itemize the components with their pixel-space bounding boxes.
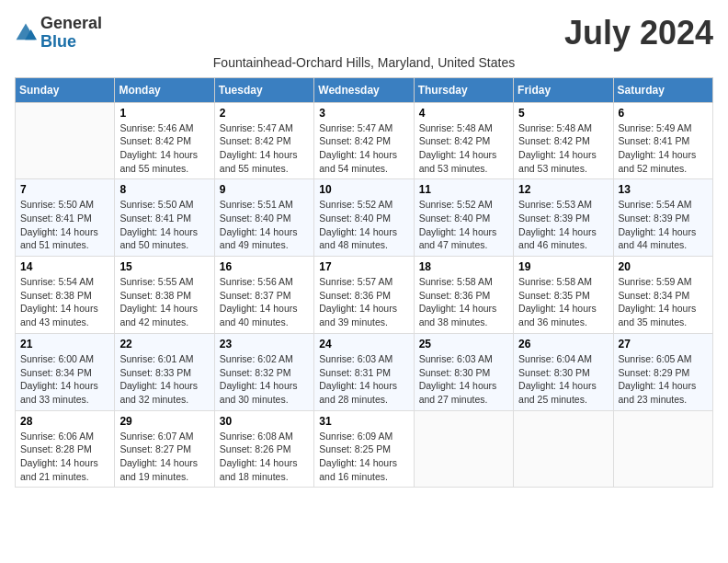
day-detail: Sunrise: 6:02 AM Sunset: 8:32 PM Dayligh… — [220, 352, 309, 407]
day-number: 27 — [619, 338, 708, 350]
day-detail: Sunrise: 5:52 AM Sunset: 8:40 PM Dayligh… — [319, 198, 408, 252]
calendar-cell: 7Sunrise: 5:50 AM Sunset: 8:41 PM Daylig… — [16, 179, 115, 257]
day-number: 16 — [220, 260, 309, 273]
calendar-cell: 24Sunrise: 6:03 AM Sunset: 8:31 PM Dayli… — [314, 333, 414, 410]
calendar-cell: 5Sunrise: 5:48 AM Sunset: 8:42 PM Daylig… — [514, 102, 613, 179]
day-detail: Sunrise: 5:56 AM Sunset: 8:37 PM Dayligh… — [220, 275, 309, 329]
day-number: 7 — [20, 183, 109, 196]
logo: General Blue — [15, 15, 102, 52]
day-header-tuesday: Tuesday — [214, 77, 313, 102]
calendar-cell: 15Sunrise: 5:55 AM Sunset: 8:38 PM Dayli… — [115, 257, 214, 334]
days-header-row: SundayMondayTuesdayWednesdayThursdayFrid… — [16, 77, 713, 102]
day-detail: Sunrise: 6:03 AM Sunset: 8:30 PM Dayligh… — [419, 352, 508, 407]
week-row-1: 1Sunrise: 5:46 AM Sunset: 8:42 PM Daylig… — [16, 102, 713, 179]
day-number: 18 — [419, 260, 508, 273]
day-number: 15 — [119, 260, 209, 273]
calendar-cell — [16, 102, 115, 179]
day-number: 26 — [518, 338, 608, 350]
day-detail: Sunrise: 6:05 AM Sunset: 8:29 PM Dayligh… — [619, 352, 708, 407]
day-number: 21 — [20, 338, 109, 350]
calendar-cell: 2Sunrise: 5:47 AM Sunset: 8:42 PM Daylig… — [214, 102, 313, 179]
day-detail: Sunrise: 5:48 AM Sunset: 8:42 PM Dayligh… — [518, 121, 608, 176]
week-row-2: 7Sunrise: 5:50 AM Sunset: 8:41 PM Daylig… — [16, 179, 713, 257]
header: General Blue July 2024 — [15, 15, 713, 52]
day-detail: Sunrise: 5:53 AM Sunset: 8:39 PM Dayligh… — [518, 198, 608, 252]
day-number: 23 — [220, 338, 309, 350]
day-detail: Sunrise: 5:57 AM Sunset: 8:36 PM Dayligh… — [319, 275, 408, 329]
day-detail: Sunrise: 6:00 AM Sunset: 8:34 PM Dayligh… — [20, 352, 109, 407]
logo-general: General — [40, 14, 102, 32]
month-title: July 2024 — [564, 15, 713, 52]
week-row-4: 21Sunrise: 6:00 AM Sunset: 8:34 PM Dayli… — [16, 333, 713, 410]
logo-icon — [15, 22, 37, 44]
day-header-sunday: Sunday — [16, 77, 115, 102]
calendar-cell: 31Sunrise: 6:09 AM Sunset: 8:25 PM Dayli… — [314, 410, 414, 488]
calendar-cell: 13Sunrise: 5:54 AM Sunset: 8:39 PM Dayli… — [613, 179, 712, 257]
day-detail: Sunrise: 6:07 AM Sunset: 8:27 PM Dayligh… — [119, 430, 209, 484]
day-detail: Sunrise: 5:58 AM Sunset: 8:35 PM Dayligh… — [518, 275, 608, 329]
calendar-cell: 12Sunrise: 5:53 AM Sunset: 8:39 PM Dayli… — [514, 179, 613, 257]
calendar-cell: 30Sunrise: 6:08 AM Sunset: 8:26 PM Dayli… — [214, 410, 313, 488]
calendar-table: SundayMondayTuesdayWednesdayThursdayFrid… — [15, 77, 713, 488]
day-header-monday: Monday — [115, 77, 214, 102]
calendar-cell: 26Sunrise: 6:04 AM Sunset: 8:30 PM Dayli… — [514, 333, 613, 410]
day-detail: Sunrise: 5:47 AM Sunset: 8:42 PM Dayligh… — [220, 121, 309, 176]
day-number: 2 — [220, 107, 309, 120]
day-detail: Sunrise: 6:09 AM Sunset: 8:25 PM Dayligh… — [319, 430, 408, 484]
logo-text: General Blue — [40, 15, 102, 52]
day-detail: Sunrise: 5:51 AM Sunset: 8:40 PM Dayligh… — [220, 198, 309, 252]
calendar-cell: 25Sunrise: 6:03 AM Sunset: 8:30 PM Dayli… — [414, 333, 513, 410]
week-row-3: 14Sunrise: 5:54 AM Sunset: 8:38 PM Dayli… — [16, 257, 713, 334]
calendar-cell: 22Sunrise: 6:01 AM Sunset: 8:33 PM Dayli… — [115, 333, 214, 410]
calendar-cell: 1Sunrise: 5:46 AM Sunset: 8:42 PM Daylig… — [115, 102, 214, 179]
day-number: 29 — [119, 415, 209, 428]
calendar-cell: 8Sunrise: 5:50 AM Sunset: 8:41 PM Daylig… — [115, 179, 214, 257]
day-number: 28 — [20, 415, 109, 428]
day-number: 5 — [518, 107, 608, 120]
day-detail: Sunrise: 5:47 AM Sunset: 8:42 PM Dayligh… — [319, 121, 408, 176]
calendar-cell: 10Sunrise: 5:52 AM Sunset: 8:40 PM Dayli… — [314, 179, 414, 257]
day-detail: Sunrise: 5:49 AM Sunset: 8:41 PM Dayligh… — [619, 121, 708, 176]
calendar-cell: 20Sunrise: 5:59 AM Sunset: 8:34 PM Dayli… — [613, 257, 712, 334]
day-number: 9 — [220, 183, 309, 196]
calendar-cell: 19Sunrise: 5:58 AM Sunset: 8:35 PM Dayli… — [514, 257, 613, 334]
calendar-cell: 29Sunrise: 6:07 AM Sunset: 8:27 PM Dayli… — [115, 410, 214, 488]
day-number: 31 — [319, 415, 408, 428]
day-number: 4 — [419, 107, 508, 120]
day-number: 1 — [119, 107, 209, 120]
calendar-cell: 18Sunrise: 5:58 AM Sunset: 8:36 PM Dayli… — [414, 257, 513, 334]
day-detail: Sunrise: 6:01 AM Sunset: 8:33 PM Dayligh… — [119, 352, 209, 407]
day-number: 11 — [419, 183, 508, 196]
calendar-cell: 21Sunrise: 6:00 AM Sunset: 8:34 PM Dayli… — [16, 333, 115, 410]
day-number: 25 — [419, 338, 508, 350]
day-number: 17 — [319, 260, 408, 273]
calendar-cell: 6Sunrise: 5:49 AM Sunset: 8:41 PM Daylig… — [613, 102, 712, 179]
day-detail: Sunrise: 6:06 AM Sunset: 8:28 PM Dayligh… — [20, 430, 109, 484]
day-number: 8 — [119, 183, 209, 196]
calendar-cell — [414, 410, 513, 488]
day-detail: Sunrise: 5:52 AM Sunset: 8:40 PM Dayligh… — [419, 198, 508, 252]
calendar-cell: 16Sunrise: 5:56 AM Sunset: 8:37 PM Dayli… — [214, 257, 313, 334]
calendar-cell: 14Sunrise: 5:54 AM Sunset: 8:38 PM Dayli… — [16, 257, 115, 334]
day-number: 3 — [319, 107, 408, 120]
day-number: 22 — [119, 338, 209, 350]
calendar-cell: 3Sunrise: 5:47 AM Sunset: 8:42 PM Daylig… — [314, 102, 414, 179]
day-detail: Sunrise: 5:50 AM Sunset: 8:41 PM Dayligh… — [20, 198, 109, 252]
day-detail: Sunrise: 5:58 AM Sunset: 8:36 PM Dayligh… — [419, 275, 508, 329]
calendar-cell: 17Sunrise: 5:57 AM Sunset: 8:36 PM Dayli… — [314, 257, 414, 334]
day-number: 12 — [518, 183, 608, 196]
calendar-cell: 28Sunrise: 6:06 AM Sunset: 8:28 PM Dayli… — [16, 410, 115, 488]
day-header-friday: Friday — [514, 77, 613, 102]
calendar-cell — [613, 410, 712, 488]
calendar-cell: 23Sunrise: 6:02 AM Sunset: 8:32 PM Dayli… — [214, 333, 313, 410]
subtitle: Fountainhead-Orchard Hills, Maryland, Un… — [15, 55, 713, 70]
calendar-cell — [514, 410, 613, 488]
day-number: 19 — [518, 260, 608, 273]
day-detail: Sunrise: 5:54 AM Sunset: 8:38 PM Dayligh… — [20, 275, 109, 329]
calendar-cell: 9Sunrise: 5:51 AM Sunset: 8:40 PM Daylig… — [214, 179, 313, 257]
day-detail: Sunrise: 5:55 AM Sunset: 8:38 PM Dayligh… — [119, 275, 209, 329]
day-number: 6 — [619, 107, 708, 120]
day-detail: Sunrise: 5:59 AM Sunset: 8:34 PM Dayligh… — [619, 275, 708, 329]
day-number: 14 — [20, 260, 109, 273]
day-detail: Sunrise: 5:50 AM Sunset: 8:41 PM Dayligh… — [119, 198, 209, 252]
